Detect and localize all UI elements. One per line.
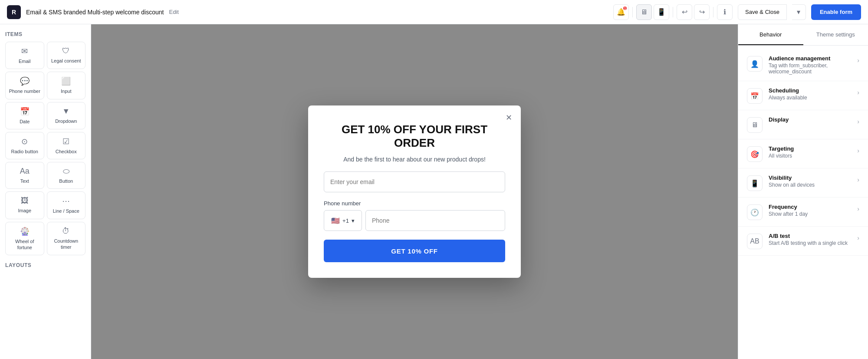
form-modal: ✕ GET 10% OFF YOUR FIRST ORDER And be th… bbox=[308, 105, 521, 278]
date-icon: 📅 bbox=[20, 107, 30, 116]
checkbox-label: Checkbox bbox=[56, 148, 77, 155]
topbar: R Email & SMS branded Multi-step welcome… bbox=[0, 0, 868, 24]
ab-test-chevron: › bbox=[857, 234, 859, 241]
item-card-image[interactable]: 🖼 Image bbox=[5, 191, 44, 219]
image-label: Image bbox=[18, 207, 31, 214]
display-icon: 🖥 bbox=[747, 117, 763, 133]
targeting-icon: 🎯 bbox=[747, 146, 763, 162]
mobile-view-button[interactable]: 📱 bbox=[654, 4, 669, 20]
item-card-input[interactable]: ⬜ Input bbox=[47, 72, 86, 99]
topbar-icons: 🔔 1 🖥 📱 ↩ ↪ ℹ bbox=[613, 4, 733, 20]
modal-subtitle: And be the first to hear about our new p… bbox=[324, 156, 505, 163]
enable-form-button[interactable]: Enable form bbox=[811, 4, 861, 20]
audience-management-chevron: › bbox=[857, 57, 859, 64]
scheduling-icon: 📅 bbox=[747, 88, 763, 104]
item-card-button[interactable]: ⬭ Button bbox=[47, 162, 86, 189]
targeting-title: Targeting bbox=[769, 145, 851, 152]
frequency-subtitle: Show after 1 day bbox=[769, 211, 851, 217]
audience-management-subtitle: Tag with form_subscriber, welcome_discou… bbox=[769, 63, 851, 75]
divider bbox=[632, 7, 633, 17]
modal-close-button[interactable]: ✕ bbox=[503, 112, 515, 124]
redo-button[interactable]: ↪ bbox=[694, 4, 710, 20]
layouts-section-title: Layouts bbox=[5, 262, 85, 268]
desktop-view-button[interactable]: 🖥 bbox=[636, 4, 652, 20]
behavior-item-scheduling[interactable]: 📅 Scheduling Always available › bbox=[738, 81, 868, 110]
phone-row: 🇺🇸 +1 ▾ bbox=[324, 210, 505, 231]
frequency-title: Frequency bbox=[769, 204, 851, 210]
item-card-radio-button[interactable]: ⊙ Radio button bbox=[5, 132, 44, 159]
country-code-selector[interactable]: 🇺🇸 +1 ▾ bbox=[324, 210, 362, 231]
notifications-button[interactable]: 🔔 1 bbox=[613, 4, 629, 20]
items-grid: ✉ Email 🛡 Legal consent 💬 Phone number ⬜… bbox=[5, 42, 85, 255]
email-input[interactable] bbox=[324, 171, 505, 192]
undo-button[interactable]: ↩ bbox=[677, 4, 692, 20]
item-card-date[interactable]: 📅 Date bbox=[5, 102, 44, 129]
behavior-item-visibility[interactable]: 📱 Visibility Show on all devices › bbox=[738, 168, 868, 198]
phone-input[interactable] bbox=[365, 210, 505, 231]
item-card-legal-consent[interactable]: 🛡 Legal consent bbox=[47, 42, 86, 69]
wheel-of-fortune-label: Wheel of fortune bbox=[8, 238, 41, 251]
edit-link[interactable]: Edit bbox=[169, 9, 178, 15]
cta-button[interactable]: GET 10% OFF bbox=[324, 240, 505, 262]
item-card-countdown-timer[interactable]: ⏱ Countdown timer bbox=[47, 222, 86, 256]
behavior-list: 👤 Audience management Tag with form_subs… bbox=[738, 46, 868, 359]
wheel-of-fortune-icon: 🎡 bbox=[20, 227, 30, 236]
ab-test-title: A/B test bbox=[769, 233, 851, 239]
scheduling-title: Scheduling bbox=[769, 87, 851, 94]
behavior-item-targeting[interactable]: 🎯 Targeting All visitors › bbox=[738, 139, 868, 168]
email-label: Email bbox=[19, 58, 31, 64]
display-chevron: › bbox=[857, 118, 859, 125]
items-section-title: Items bbox=[5, 31, 85, 37]
input-label: Input bbox=[61, 88, 71, 94]
app-title: Email & SMS branded Multi-step welcome d… bbox=[26, 9, 164, 16]
item-card-text[interactable]: Aa Text bbox=[5, 162, 44, 189]
radio-button-icon: ⊙ bbox=[21, 137, 28, 146]
item-card-line-space[interactable]: ⋯ Line / Space bbox=[47, 191, 86, 219]
frequency-icon: 🕐 bbox=[747, 204, 763, 220]
logo: R bbox=[7, 5, 21, 19]
line-space-label: Line / Space bbox=[53, 208, 79, 214]
item-card-phone-number[interactable]: 💬 Phone number bbox=[5, 72, 44, 99]
us-flag: 🇺🇸 bbox=[331, 217, 340, 225]
text-icon: Aa bbox=[20, 167, 30, 176]
legal-consent-label: Legal consent bbox=[51, 58, 81, 64]
visibility-subtitle: Show on all devices bbox=[769, 182, 851, 188]
scheduling-chevron: › bbox=[857, 89, 859, 96]
checkbox-icon: ☑ bbox=[62, 137, 69, 146]
targeting-subtitle: All visitors bbox=[769, 153, 851, 159]
info-button[interactable]: ℹ bbox=[717, 4, 733, 20]
main-layout: Items ✉ Email 🛡 Legal consent 💬 Phone nu… bbox=[0, 24, 868, 359]
behavior-item-frequency[interactable]: 🕐 Frequency Show after 1 day › bbox=[738, 198, 868, 227]
audience-management-icon: 👤 bbox=[747, 56, 763, 72]
frequency-chevron: › bbox=[857, 205, 859, 212]
tab-theme-settings[interactable]: Theme settings bbox=[803, 24, 868, 45]
divider bbox=[713, 7, 713, 17]
email-icon: ✉ bbox=[21, 46, 28, 56]
notification-dot: 1 bbox=[623, 7, 627, 10]
targeting-chevron: › bbox=[857, 147, 859, 154]
image-icon: 🖼 bbox=[21, 196, 29, 205]
item-card-dropdown[interactable]: ▼ Dropdown bbox=[47, 102, 86, 129]
item-card-checkbox[interactable]: ☑ Checkbox bbox=[47, 132, 86, 159]
line-space-icon: ⋯ bbox=[62, 196, 70, 206]
item-card-wheel-of-fortune[interactable]: 🎡 Wheel of fortune bbox=[5, 222, 44, 256]
save-close-button[interactable]: Save & Close bbox=[738, 4, 787, 20]
countdown-timer-icon: ⏱ bbox=[62, 227, 70, 236]
visibility-chevron: › bbox=[857, 176, 859, 183]
behavior-item-ab-test[interactable]: AB A/B test Start A/B testing with a sin… bbox=[738, 227, 868, 256]
scheduling-subtitle: Always available bbox=[769, 95, 851, 101]
save-close-dropdown[interactable]: ▾ bbox=[792, 4, 806, 20]
radio-button-label: Radio button bbox=[11, 148, 38, 155]
dropdown-arrow: ▾ bbox=[352, 217, 355, 224]
text-label: Text bbox=[20, 178, 29, 184]
behavior-item-audience-management[interactable]: 👤 Audience management Tag with form_subs… bbox=[738, 49, 868, 81]
right-sidebar: BehaviorTheme settings 👤 Audience manage… bbox=[738, 24, 868, 359]
button-icon: ⬭ bbox=[63, 167, 69, 176]
tab-behavior[interactable]: Behavior bbox=[738, 24, 803, 45]
button-label: Button bbox=[59, 178, 73, 184]
behavior-item-display[interactable]: 🖥 Display › bbox=[738, 110, 868, 139]
item-card-email[interactable]: ✉ Email bbox=[5, 42, 44, 69]
phone-number-label: Phone number bbox=[9, 88, 40, 94]
ab-test-icon: AB bbox=[747, 234, 763, 249]
divider bbox=[673, 7, 673, 17]
